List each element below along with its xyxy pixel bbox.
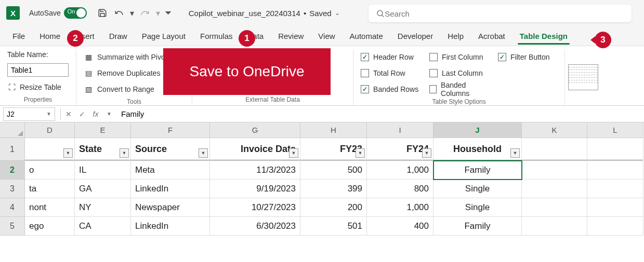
tab-help[interactable]: Help	[440, 27, 471, 46]
table-name-input[interactable]	[7, 63, 69, 77]
formula-dropdown-icon[interactable]: ▼	[102, 107, 116, 121]
column-header-E[interactable]: E	[75, 122, 131, 138]
header-cell-H[interactable]: FY23▼	[300, 138, 367, 161]
tab-draw[interactable]: Draw	[102, 27, 135, 46]
tab-formulas[interactable]: Formulas	[193, 27, 240, 46]
cell-L3[interactable]	[587, 180, 643, 198]
document-title[interactable]: Copilot_webinar_use_20240314 • Saved ⌄	[189, 9, 340, 18]
cell-G4[interactable]: 10/27/2023	[210, 198, 300, 217]
header-cell-E[interactable]: State▼	[75, 138, 131, 161]
cell-D3[interactable]: ta	[25, 180, 75, 198]
banded-rows-checkbox[interactable]: Banded Rows	[361, 82, 420, 96]
cell-J5[interactable]: Family	[433, 217, 522, 236]
redo-dropdown-icon[interactable]: ▾	[154, 6, 162, 20]
column-header-J[interactable]: J	[433, 122, 522, 138]
column-header-H[interactable]: H	[300, 122, 367, 138]
cell-L4[interactable]	[587, 198, 643, 217]
row-header-1[interactable]: 1	[0, 138, 25, 161]
cell-G5[interactable]: 6/30/2023	[210, 217, 300, 236]
column-header-F[interactable]: F	[131, 122, 210, 138]
filter-icon[interactable]: ▼	[120, 148, 129, 158]
resize-table-button[interactable]: ⛶ Resize Table	[7, 82, 69, 92]
redo-icon[interactable]	[138, 6, 152, 20]
cell-I2[interactable]: 1,000	[367, 161, 433, 180]
cell-I5[interactable]: 400	[367, 217, 433, 236]
cell-K2[interactable]	[522, 161, 587, 180]
first-column-checkbox[interactable]: First Column	[429, 50, 489, 64]
search-box[interactable]	[369, 5, 632, 22]
filter-icon[interactable]: ▼	[356, 148, 365, 158]
save-icon[interactable]	[95, 6, 110, 20]
row-header-4[interactable]: 4	[0, 198, 25, 217]
column-header-I[interactable]: I	[367, 122, 433, 138]
column-header-L[interactable]: L	[587, 122, 643, 138]
tab-view[interactable]: View	[311, 27, 342, 46]
cell-F3[interactable]: LinkedIn	[131, 180, 210, 198]
cell-D4[interactable]: nont	[25, 198, 75, 217]
header-row-checkbox[interactable]: Header Row	[361, 50, 420, 64]
header-cell-L[interactable]	[587, 138, 643, 161]
autosave-toggle[interactable]: On	[64, 7, 87, 19]
cell-D2[interactable]: o	[25, 161, 75, 180]
cell-E4[interactable]: NY	[75, 198, 131, 217]
cell-K4[interactable]	[522, 198, 587, 217]
filter-icon[interactable]: ▼	[63, 148, 73, 158]
cell-E5[interactable]: CA	[75, 217, 131, 236]
cell-L5[interactable]	[587, 217, 643, 236]
banded-columns-checkbox[interactable]: Banded Columns	[429, 82, 489, 96]
row-header-5[interactable]: 5	[0, 217, 25, 236]
cell-I3[interactable]: 800	[367, 180, 433, 198]
cell-E2[interactable]: IL	[75, 161, 131, 180]
search-input[interactable]	[385, 9, 624, 18]
cell-F2[interactable]: Meta	[131, 161, 210, 180]
tab-page-layout[interactable]: Page Layout	[135, 27, 193, 46]
table-styles[interactable]	[565, 49, 601, 105]
undo-icon[interactable]	[112, 6, 126, 20]
cell-J4[interactable]: Single	[433, 198, 522, 217]
filter-icon[interactable]: ▼	[510, 148, 520, 158]
tab-review[interactable]: Review	[271, 27, 311, 46]
cell-F4[interactable]: Newspaper	[131, 198, 210, 217]
tab-automate[interactable]: Automate	[343, 27, 390, 46]
cell-J2[interactable]: Family	[433, 161, 522, 180]
last-column-checkbox[interactable]: Last Column	[429, 66, 489, 80]
cell-L2[interactable]	[587, 161, 643, 180]
filter-icon[interactable]: ▼	[422, 148, 431, 158]
row-header-3[interactable]: 3	[0, 180, 25, 198]
filter-icon[interactable]: ▼	[289, 148, 298, 158]
header-cell-K[interactable]	[522, 138, 587, 161]
cell-G3[interactable]: 9/19/2023	[210, 180, 300, 198]
spreadsheet-grid[interactable]: DEFGHIJKL 12345 ▼State▼Source▼Invoice Da…	[0, 122, 644, 262]
header-cell-I[interactable]: FY24▼	[367, 138, 433, 161]
cell-K3[interactable]	[522, 180, 587, 198]
select-all-corner[interactable]	[0, 122, 25, 138]
undo-dropdown-icon[interactable]: ▾	[128, 6, 136, 20]
enter-formula-icon[interactable]: ✓	[75, 107, 89, 121]
header-cell-G[interactable]: Invoice Date▼	[210, 138, 300, 161]
cell-F5[interactable]: LinkedIn	[131, 217, 210, 236]
cell-H2[interactable]: 500	[300, 161, 367, 180]
tab-acrobat[interactable]: Acrobat	[471, 27, 512, 46]
row-header-2[interactable]: 2	[0, 161, 25, 180]
column-header-D[interactable]: D	[25, 122, 75, 138]
cell-H4[interactable]: 200	[300, 198, 367, 217]
tab-developer[interactable]: Developer	[390, 27, 440, 46]
column-header-G[interactable]: G	[210, 122, 300, 138]
qat-customize-icon[interactable]: ⏷	[164, 6, 173, 20]
cell-I4[interactable]: 1,000	[367, 198, 433, 217]
cell-K5[interactable]	[522, 217, 587, 236]
tab-table-design[interactable]: Table Design	[512, 27, 575, 46]
cancel-formula-icon[interactable]: ✕	[62, 107, 75, 121]
tab-home[interactable]: Home	[32, 27, 68, 46]
header-cell-J[interactable]: Household▼	[433, 138, 522, 161]
filter-icon[interactable]: ▼	[199, 148, 208, 158]
header-cell-D[interactable]: ▼	[25, 138, 75, 161]
cell-H5[interactable]: 501	[300, 217, 367, 236]
fx-icon[interactable]: fx	[89, 107, 102, 121]
header-cell-F[interactable]: Source▼	[131, 138, 210, 161]
formula-input[interactable]	[116, 107, 644, 121]
column-header-K[interactable]: K	[522, 122, 587, 138]
cell-E3[interactable]: GA	[75, 180, 131, 198]
cell-H3[interactable]: 399	[300, 180, 367, 198]
filter-button-checkbox[interactable]: Filter Button	[498, 50, 557, 64]
